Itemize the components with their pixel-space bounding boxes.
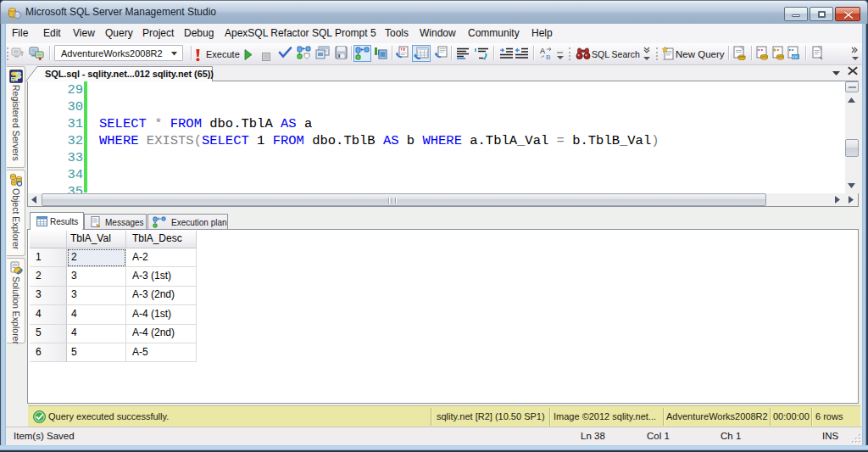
svg-text:A: A — [540, 47, 545, 55]
svg-text:B: B — [546, 53, 550, 60]
